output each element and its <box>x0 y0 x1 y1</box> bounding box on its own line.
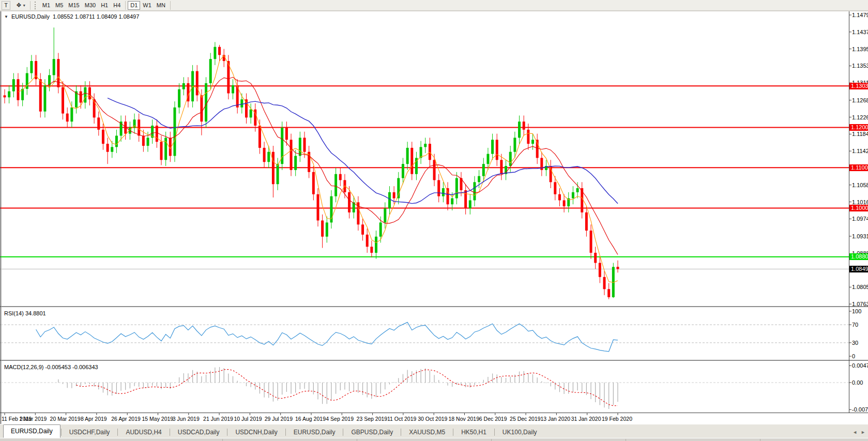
date-tick-label: 8 Apr 2019 <box>81 416 107 422</box>
tab-separator <box>117 429 118 436</box>
collapse-icon[interactable]: ▼ <box>4 14 8 19</box>
price-tick-label: 1.11420 <box>852 148 868 154</box>
price-axis-line[interactable] <box>849 11 849 413</box>
rsi-tick-label: 30 <box>852 340 858 346</box>
tab-gbpusd-daily[interactable]: GBPUSD,Daily <box>344 427 400 438</box>
macd-tick-label: -0.00758 <box>852 406 868 413</box>
date-tick-label: 23 Sep 2019 <box>357 416 388 422</box>
date-tick-label: 21 Jun 2019 <box>203 416 233 422</box>
tab-scroll-right-icon[interactable]: ► <box>861 430 865 435</box>
toolbar: T ❖ ▾ M1M5M15M30H1H4D1W1MN <box>0 0 868 11</box>
objects-button[interactable]: ❖ ▾ <box>13 1 28 10</box>
toolbar-separator <box>30 1 31 10</box>
timeframe-group: M1M5M15M30H1H4D1W1MN <box>40 1 168 10</box>
date-tick-label: 31 Jan 2020 <box>571 416 601 422</box>
price-tick-label: 1.12680 <box>852 97 868 103</box>
price-tick-label: 1.09310 <box>852 233 868 239</box>
hline-price-badge: 1.10008 <box>849 205 868 211</box>
current-price-badge: 1.08497 <box>849 266 868 272</box>
chart-symbol-label: EURUSD,Daily <box>11 13 50 20</box>
date-tick-label: 3 Jun 2019 <box>173 416 200 422</box>
date-tick-label: 26 Apr 2019 <box>111 416 141 422</box>
ma-slow-line <box>108 98 618 204</box>
toolbar-separator <box>170 1 171 10</box>
tab-separator <box>401 429 401 436</box>
date-tick-label: 20 Mar 2019 <box>50 416 81 422</box>
tab-separator <box>343 429 343 436</box>
timeframe-button-h1[interactable]: H1 <box>98 1 111 10</box>
timeframe-button-m5[interactable]: M5 <box>53 1 66 10</box>
price-tick-label: 1.14790 <box>852 12 868 18</box>
date-tick-label: 10 Jul 2019 <box>234 416 262 422</box>
tab-usdcad-daily[interactable]: USDCAD,Daily <box>171 427 227 438</box>
chart-window[interactable]: ▼ EURUSD,Daily 1.08552 1.08711 1.08409 1… <box>0 11 868 424</box>
hline-price-badge: 1.12004 <box>849 124 868 131</box>
hline-price-badge: 1.08800 <box>849 253 868 260</box>
tab-separator <box>170 429 170 436</box>
date-tick-label: 13 Jan 2020 <box>540 416 570 422</box>
date-tick-label: 4 Sep 2019 <box>326 416 354 422</box>
time-axis-line[interactable] <box>1 413 868 413</box>
date-tick-label: 15 May 2019 <box>142 416 174 422</box>
price-tick-label: 1.14370 <box>852 29 868 35</box>
tab-xauusd-m5[interactable]: XAUUSD,M5 <box>402 427 452 438</box>
chart-tabbar: ◄ ► EURUSD,DailyUSDCHF,DailyAUDUSD,H4USD… <box>0 424 868 438</box>
timeframe-button-m30[interactable]: M30 <box>82 1 98 10</box>
tab-separator <box>227 429 227 436</box>
tab-audusd-h4[interactable]: AUDUSD,H4 <box>118 427 169 438</box>
timeframe-button-mn[interactable]: MN <box>154 1 168 10</box>
macd-label: MACD(12,26,9) -0.005453 -0.006343 <box>4 364 98 370</box>
chart-ohlc-values: 1.08552 1.08711 1.08409 1.08497 <box>53 13 139 20</box>
tab-usdcnh-daily[interactable]: USDCNH,Daily <box>228 427 284 438</box>
date-tick-label: 6 Dec 2019 <box>479 416 507 422</box>
status-bar <box>0 438 868 441</box>
price-tick-label: 1.11840 <box>852 131 868 137</box>
price-chart-canvas[interactable] <box>1 11 868 424</box>
tab-usdchf-daily[interactable]: USDCHF,Daily <box>62 427 117 438</box>
price-tick-label: 1.07630 <box>852 301 868 307</box>
toolbar-grip[interactable] <box>35 2 38 9</box>
macd-tick-label: 0.004738 <box>852 362 868 369</box>
timeframe-button-m1[interactable]: M1 <box>40 1 53 10</box>
tab-hk50-h1[interactable]: HK50,H1 <box>454 427 494 438</box>
hline-price-badge: 1.13034 <box>849 83 868 89</box>
tab-eurusd-daily[interactable]: EURUSD,Daily <box>286 427 343 438</box>
price-tick-label: 1.10580 <box>852 182 868 188</box>
date-tick-label: 30 Oct 2019 <box>418 416 447 422</box>
panel-separator[interactable] <box>1 360 868 361</box>
tab-scroll-arrows: ◄ ► <box>852 430 865 435</box>
price-tick-label: 1.13530 <box>852 63 868 69</box>
macd-tick-label: 0.00 <box>852 379 863 386</box>
date-tick-label: 29 Jul 2019 <box>265 416 293 422</box>
price-tick-label: 1.08050 <box>852 284 868 290</box>
rsi-tick-label: 100 <box>852 308 861 314</box>
objects-icon: ❖ <box>16 2 22 9</box>
date-tick-label: 19 Feb 2020 <box>602 416 632 422</box>
tab-separator <box>285 429 286 436</box>
price-tick-label: 1.12260 <box>852 114 868 120</box>
date-tick-label: 11 Oct 2019 <box>387 416 416 422</box>
timeframe-button-d1[interactable]: D1 <box>128 1 140 10</box>
timeframe-button-m15[interactable]: M15 <box>66 1 82 10</box>
chart-title: ▼ EURUSD,Daily 1.08552 1.08711 1.08409 1… <box>4 13 139 20</box>
rsi-label: RSI(14) 34.8801 <box>4 310 46 316</box>
timeframe-button-h4[interactable]: H4 <box>111 1 123 10</box>
tab-separator <box>453 429 453 436</box>
tab-eurusd-daily[interactable]: EURUSD,Daily <box>3 424 60 438</box>
price-tick-label: 1.13950 <box>852 46 868 52</box>
chevron-down-icon: ▾ <box>23 3 25 8</box>
tab-scroll-left-icon[interactable]: ◄ <box>852 430 857 435</box>
tab-separator <box>61 429 62 436</box>
rsi-tick-label: 70 <box>852 322 858 328</box>
toolbar-separator <box>125 1 126 10</box>
price-tick-label: 1.10160 <box>852 199 868 205</box>
text-tool-icon: T <box>4 2 8 8</box>
timeframe-button-w1[interactable]: W1 <box>140 1 154 10</box>
date-tick-label: 18 Nov 2019 <box>449 416 480 422</box>
date-tick-label: 16 Aug 2019 <box>295 416 326 422</box>
tab-uk100-daily[interactable]: UK100,Daily <box>495 427 544 438</box>
panel-separator[interactable] <box>1 306 868 307</box>
text-tool-button[interactable]: T <box>2 1 10 10</box>
hline-price-badge: 1.11009 <box>849 164 868 171</box>
rsi-tick-label: 0 <box>852 353 855 359</box>
